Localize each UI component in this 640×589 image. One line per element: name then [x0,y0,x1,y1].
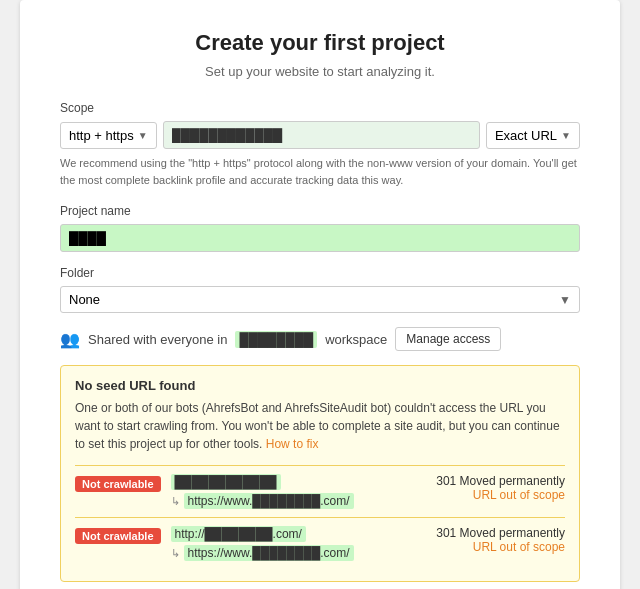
url-main-2: http://████████.com/ [171,526,306,542]
url-redirect-1: ↳ https://www.████████.com/ [171,493,427,509]
warning-text: One or both of our bots (AhrefsBot and A… [75,399,565,453]
project-name-label: Project name [60,204,580,218]
status-301-2: 301 Moved permanently [436,526,565,540]
page-title: Create your first project [60,30,580,56]
url-info-2: http://████████.com/ ↳ https://www.█████… [171,526,427,561]
folder-section: Folder None ▼ [60,266,580,313]
status-info-1: 301 Moved permanently URL out of scope [436,474,565,502]
scope-label: Scope [60,101,580,115]
page-subtitle: Set up your website to start analyzing i… [60,64,580,79]
status-301-1: 301 Moved permanently [436,474,565,488]
url-input[interactable] [163,121,480,149]
sharing-row: 👥 Shared with everyone in ████████ works… [60,327,580,351]
protocol-value: http + https [69,128,134,143]
not-crawlable-badge-1: Not crawlable [75,476,161,492]
crawl-row-1: Not crawlable ████████████ ↳ https://www… [75,465,565,517]
protocol-select[interactable]: http + https ▼ [60,122,157,149]
workspace-name: ████████ [235,331,317,348]
protocol-arrow-icon: ▼ [138,130,148,141]
warning-title: No seed URL found [75,378,565,393]
not-crawlable-badge-2: Not crawlable [75,528,161,544]
folder-arrow-icon: ▼ [559,293,571,307]
warning-box: No seed URL found One or both of our bot… [60,365,580,582]
people-icon: 👥 [60,330,80,349]
match-type-value: Exact URL [495,128,557,143]
match-type-select[interactable]: Exact URL ▼ [486,122,580,149]
status-info-2: 301 Moved permanently URL out of scope [436,526,565,554]
folder-select[interactable]: None ▼ [60,286,580,313]
out-of-scope-2: URL out of scope [436,540,565,554]
url-redirect-2: ↳ https://www.████████.com/ [171,545,427,561]
how-to-fix-link[interactable]: How to fix [266,437,319,451]
shared-suffix: workspace [325,332,387,347]
project-name-section: Project name [60,204,580,252]
out-of-scope-1: URL out of scope [436,488,565,502]
scope-hint: We recommend using the "http + https" pr… [60,155,580,188]
create-project-card: Create your first project Set up your we… [20,0,620,589]
redirect-url-2: https://www.████████.com/ [184,545,354,561]
manage-access-button[interactable]: Manage access [395,327,501,351]
redirect-url-1: https://www.████████.com/ [184,493,354,509]
url-main-1: ████████████ [171,474,281,490]
folder-value: None [69,292,100,307]
redirect-arrow-icon-1: ↳ [171,495,180,508]
crawl-row-2: Not crawlable http://████████.com/ ↳ htt… [75,517,565,569]
match-arrow-icon: ▼ [561,130,571,141]
scope-section: Scope http + https ▼ Exact URL ▼ We reco… [60,101,580,188]
scope-row: http + https ▼ Exact URL ▼ [60,121,580,149]
url-info-1: ████████████ ↳ https://www.████████.com/ [171,474,427,509]
shared-prefix: Shared with everyone in [88,332,227,347]
folder-label: Folder [60,266,580,280]
redirect-arrow-icon-2: ↳ [171,547,180,560]
project-name-input[interactable] [60,224,580,252]
